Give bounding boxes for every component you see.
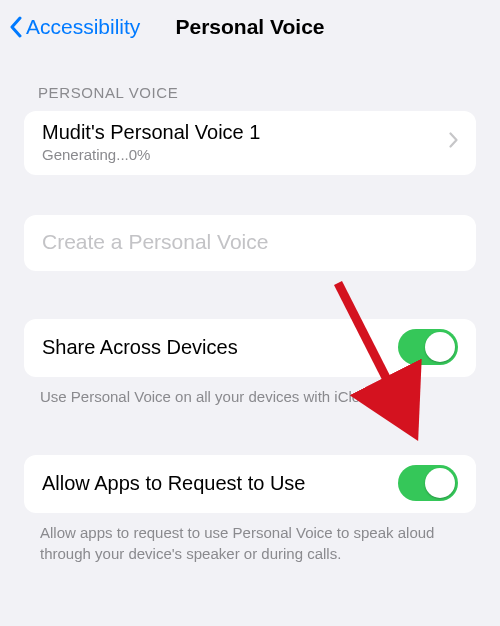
allow-apps-row: Allow Apps to Request to Use [24, 455, 476, 513]
voices-group: Mudit's Personal Voice 1 Generating...0% [24, 111, 476, 175]
allow-footer: Allow apps to request to use Personal Vo… [0, 513, 500, 564]
back-button[interactable]: Accessibility [8, 15, 140, 39]
toggle-knob-icon [425, 468, 455, 498]
toggle-knob-icon [425, 332, 455, 362]
share-label: Share Across Devices [42, 336, 398, 359]
voice-subtitle: Generating...0% [42, 146, 449, 163]
share-footer: Use Personal Voice on all your devices w… [0, 377, 500, 407]
back-label: Accessibility [26, 15, 140, 39]
allow-apps-toggle[interactable] [398, 465, 458, 501]
create-voice-group: Create a Personal Voice [24, 215, 476, 271]
voice-title: Mudit's Personal Voice 1 [42, 121, 449, 144]
share-group: Share Across Devices [24, 319, 476, 377]
section-header-voices: PERSONAL VOICE [0, 54, 500, 111]
chevron-left-icon [8, 16, 22, 38]
create-voice-label: Create a Personal Voice [42, 230, 458, 254]
allow-label: Allow Apps to Request to Use [42, 472, 398, 495]
nav-bar: Accessibility Personal Voice [0, 0, 500, 54]
share-across-devices-row: Share Across Devices [24, 319, 476, 377]
allow-group: Allow Apps to Request to Use [24, 455, 476, 513]
create-voice-button[interactable]: Create a Personal Voice [24, 215, 476, 271]
personal-voice-item[interactable]: Mudit's Personal Voice 1 Generating...0% [24, 111, 476, 175]
chevron-right-icon [449, 132, 458, 152]
share-across-devices-toggle[interactable] [398, 329, 458, 365]
page-title: Personal Voice [175, 15, 324, 39]
